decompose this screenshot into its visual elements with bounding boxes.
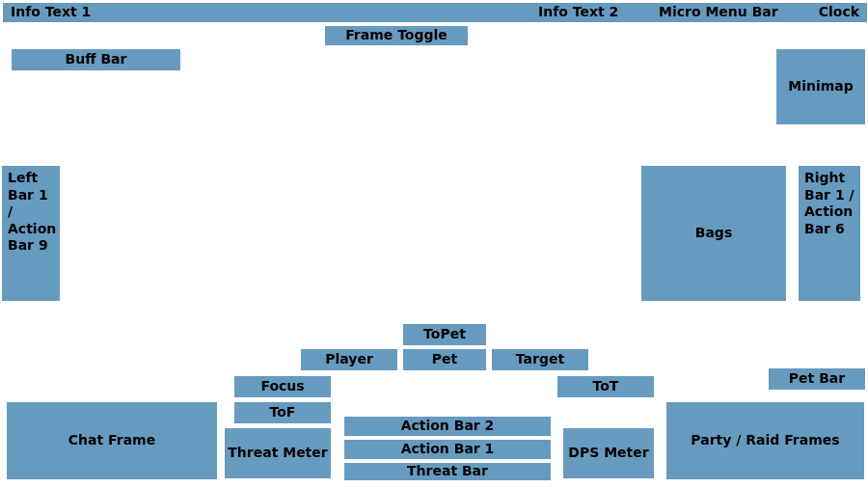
player-frame[interactable]: Player	[301, 349, 397, 370]
minimap[interactable]: Minimap	[776, 49, 865, 124]
target-frame[interactable]: Target	[492, 349, 588, 370]
action-bar-2[interactable]: Action Bar 2	[344, 417, 551, 436]
party-raid-frames[interactable]: Party / Raid Frames	[666, 402, 864, 479]
action-bar-1[interactable]: Action Bar 1	[344, 440, 551, 459]
target-of-pet[interactable]: ToPet	[403, 324, 486, 345]
dps-meter: DPS Meter	[563, 428, 654, 478]
target-of-target[interactable]: ToT	[557, 376, 654, 397]
bags[interactable]: Bags	[641, 166, 786, 301]
info-text-2: Info Text 2	[538, 4, 618, 21]
threat-meter: Threat Meter	[225, 428, 331, 478]
info-text-1: Info Text 1	[11, 4, 91, 21]
buff-bar: Buff Bar	[12, 49, 180, 70]
frame-toggle[interactable]: Frame Toggle	[325, 26, 468, 45]
pet-bar[interactable]: Pet Bar	[769, 368, 865, 390]
target-of-focus[interactable]: ToF	[234, 402, 331, 423]
top-bar: Info Text 1 Info Text 2 Micro Menu Bar C…	[3, 3, 867, 22]
micro-menu-bar[interactable]: Micro Menu Bar	[659, 4, 778, 21]
left-bar[interactable]: Left Bar 1 / Action Bar 9	[2, 166, 60, 301]
pet-frame[interactable]: Pet	[403, 349, 486, 370]
threat-bar: Threat Bar	[344, 463, 551, 480]
clock: Clock	[819, 4, 859, 21]
right-bar[interactable]: Right Bar 1 / Action Bar 6	[799, 166, 860, 301]
focus-frame[interactable]: Focus	[234, 376, 331, 397]
chat-frame[interactable]: Chat Frame	[7, 402, 217, 479]
